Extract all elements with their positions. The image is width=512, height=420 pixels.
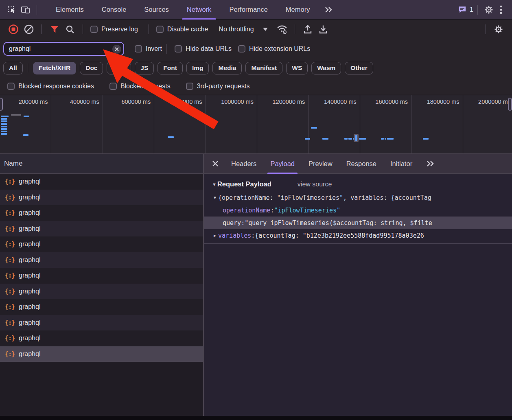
request-row[interactable]: {:}graphql [0, 315, 203, 331]
inspect-element-icon[interactable] [5, 3, 19, 17]
divider [28, 63, 28, 72]
chip-img[interactable]: Img [186, 62, 209, 74]
chip-all[interactable]: All [3, 62, 23, 74]
timeline-tick-label: 1200000 ms [257, 95, 309, 153]
clear-filter-icon[interactable] [112, 45, 121, 54]
payload-tree-row[interactable]: query: "query ipFlowTimeseries($accountT… [204, 217, 512, 229]
network-conditions-icon[interactable] [275, 22, 289, 36]
preserve-log-checkbox[interactable] [90, 26, 98, 33]
request-row[interactable]: {:}graphql [0, 346, 203, 362]
request-name: graphql [19, 335, 40, 342]
request-row[interactable]: {:}graphql [0, 252, 203, 268]
timeline-tick-label: 1000000 ms [206, 95, 257, 153]
disable-cache-checkbox[interactable] [156, 26, 164, 33]
more-tabs-icon[interactable] [319, 0, 338, 20]
import-har-icon[interactable] [301, 22, 315, 36]
request-row[interactable]: {:}graphql [0, 236, 203, 252]
json-request-icon: {:} [5, 288, 15, 295]
detail-tab-initiator[interactable]: Initiator [383, 154, 419, 174]
request-row[interactable]: {:}graphql [0, 221, 203, 237]
payload-tree: ▼{operationName: "ipFlowTimeseries", var… [204, 191, 512, 242]
timeline-request-bar [387, 138, 394, 140]
timeline-request-bar [305, 138, 310, 140]
timeline-overview[interactable]: 200000 ms400000 ms600000 ms800000 ms1000… [0, 95, 512, 154]
payload-tree-row[interactable]: operationName: "ipFlowTimeseries" [204, 204, 512, 217]
request-row[interactable]: {:}graphql [0, 299, 203, 315]
tab-elements[interactable]: Elements [47, 0, 93, 20]
chip-font[interactable]: Font [158, 62, 183, 74]
chip-css[interactable]: CSS [107, 62, 131, 74]
chip-js[interactable]: JS [135, 62, 154, 74]
timeline-request-bar [1, 118, 7, 120]
devtools-main-toolbar: ElementsConsoleSourcesNetworkPerformance… [0, 0, 512, 20]
json-request-icon: {:} [5, 241, 15, 248]
request-name: graphql [19, 288, 40, 295]
divider [477, 5, 478, 15]
record-network-log-icon[interactable] [7, 22, 20, 36]
throttling-select[interactable]: No throttling [219, 26, 267, 33]
search-icon[interactable] [63, 22, 77, 36]
hide-data-urls-checkbox[interactable] [175, 45, 182, 52]
export-har-icon[interactable] [316, 22, 330, 36]
filter-funnel-icon[interactable] [48, 22, 61, 36]
close-details-icon[interactable] [208, 156, 223, 171]
tab-console[interactable]: Console [93, 0, 136, 20]
tab-network[interactable]: Network [178, 0, 221, 20]
device-toolbar-icon[interactable] [19, 3, 33, 17]
json-request-icon: {:} [5, 319, 15, 326]
settings-gear-icon[interactable] [482, 3, 496, 17]
chip-ws[interactable]: WS [286, 62, 308, 74]
timeline-tick-label: 2000000 ms [463, 95, 512, 153]
invert-checkbox[interactable] [135, 45, 142, 52]
name-column-header[interactable]: Name [0, 154, 203, 174]
tab-memory[interactable]: Memory [277, 0, 319, 20]
collapse-arrow-icon[interactable]: ▼ [212, 182, 217, 187]
chip-media[interactable]: Media [212, 62, 242, 74]
hide-extension-urls-checkbox[interactable] [238, 45, 245, 52]
clear-network-log-icon[interactable] [22, 22, 36, 36]
timeline-request-bar [1, 126, 7, 127]
network-filter-input[interactable] [4, 45, 123, 52]
3rd-party-requests-checkbox[interactable] [186, 83, 193, 90]
timeline-left-handle[interactable] [0, 98, 3, 111]
filter-bar: Invert Hide data URLs Hide extension URL… [0, 39, 512, 59]
blocked-response-cookies-checkbox[interactable] [7, 83, 15, 90]
network-settings-gear-icon[interactable] [492, 22, 505, 36]
collapse-arrow-icon[interactable]: ▼ [214, 195, 216, 200]
payload-tree-row[interactable]: ▶variables: {accountTag: "b12e3b2192ee55… [204, 229, 512, 242]
detail-tab-response[interactable]: Response [339, 154, 383, 174]
request-row[interactable]: {:}graphql [0, 205, 203, 221]
request-row[interactable]: {:}graphql [0, 268, 203, 284]
divider [295, 24, 295, 34]
request-row[interactable]: {:}graphql [0, 284, 203, 300]
chip-wasm[interactable]: Wasm [311, 62, 341, 74]
detail-tab-payload[interactable]: Payload [263, 154, 302, 174]
chip-manifest[interactable]: Manifest [245, 62, 282, 74]
timeline-right-handle[interactable] [508, 98, 512, 111]
more-options-dots-icon[interactable] [496, 3, 506, 17]
view-source-link[interactable]: view source [298, 181, 332, 188]
chip-fetch-xhr[interactable]: Fetch/XHR [33, 62, 76, 74]
timeline-tick-label: 600000 ms [103, 95, 154, 153]
json-request-icon: {:} [5, 178, 15, 185]
chip-other[interactable]: Other [345, 62, 373, 74]
detail-tab-preview[interactable]: Preview [302, 154, 339, 174]
request-details-panel: HeadersPayloadPreviewResponseInitiator ▼… [204, 154, 512, 416]
issues-counter[interactable]: 1 [458, 6, 473, 14]
request-row[interactable]: {:}graphql [0, 190, 203, 206]
detail-tab-headers[interactable]: Headers [224, 154, 263, 174]
request-row[interactable]: {:}graphql [0, 330, 203, 346]
request-row[interactable]: {:}graphql [0, 174, 203, 190]
request-payload-header: ▼ Request Payload view source [212, 180, 512, 188]
payload-tree-row[interactable]: ▼{operationName: "ipFlowTimeseries", var… [204, 191, 512, 204]
timeline-request-bar [1, 128, 7, 130]
expand-arrow-icon[interactable]: ▶ [214, 233, 216, 238]
json-request-icon: {:} [5, 256, 15, 264]
more-detail-tabs-icon[interactable] [419, 154, 441, 174]
tab-performance[interactable]: Performance [220, 0, 276, 20]
blocked-requests-checkbox[interactable] [109, 83, 117, 90]
chip-doc[interactable]: Doc [80, 62, 103, 74]
tab-sources[interactable]: Sources [135, 0, 178, 20]
timeline-request-bar [359, 138, 366, 140]
request-name: graphql [19, 225, 40, 232]
